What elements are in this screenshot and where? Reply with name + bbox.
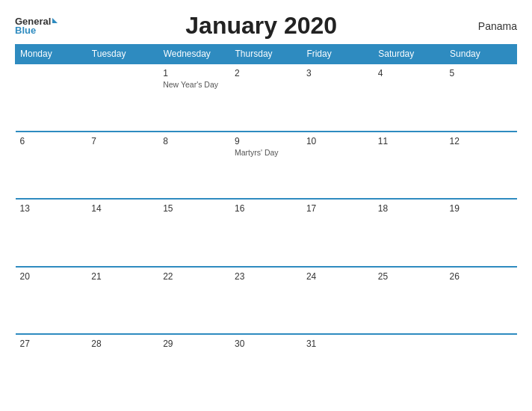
day-cell: 26: [445, 267, 517, 335]
day-number: 31: [306, 339, 369, 349]
day-cell: [374, 334, 445, 402]
day-number: 25: [378, 271, 441, 282]
day-cell: 6: [16, 132, 87, 200]
weekday-header: Sunday: [445, 45, 517, 64]
logo-triangle-icon: [52, 18, 58, 23]
day-cell: 22: [158, 267, 230, 335]
day-cell: 15: [158, 199, 230, 267]
weekday-header: Friday: [302, 45, 374, 64]
day-cell: 16: [230, 199, 302, 267]
day-number: 20: [20, 271, 83, 282]
day-cell: 10: [302, 132, 374, 200]
day-number: 23: [235, 271, 297, 282]
week-row: 20212223242526: [16, 267, 517, 335]
week-row: 13141516171819: [16, 199, 517, 267]
day-cell: 13: [16, 199, 87, 267]
day-number: 16: [235, 203, 297, 214]
week-row: 1New Year's Day2345: [16, 64, 517, 132]
day-number: 18: [378, 203, 441, 214]
weekday-header-row: MondayTuesdayWednesdayThursdayFridaySatu…: [16, 45, 517, 64]
day-number: 28: [91, 339, 154, 349]
holiday-name: New Year's Day: [163, 80, 226, 89]
day-number: 29: [163, 339, 226, 349]
day-number: 27: [20, 339, 83, 349]
day-cell: 19: [445, 199, 517, 267]
day-cell: [87, 64, 158, 132]
weekday-header: Saturday: [374, 45, 445, 64]
weekday-header: Tuesday: [87, 45, 158, 64]
day-cell: 25: [374, 267, 445, 335]
logo-blue: Blue: [15, 25, 36, 36]
day-number: 11: [378, 136, 441, 146]
day-cell: 11: [374, 132, 445, 200]
weekday-header: Wednesday: [158, 45, 230, 64]
day-cell: [445, 334, 517, 402]
day-number: 15: [163, 203, 226, 214]
logo: General Blue: [15, 16, 58, 36]
day-number: 22: [163, 271, 226, 282]
day-number: 9: [235, 136, 297, 146]
day-number: 2: [235, 68, 297, 78]
day-cell: 27: [16, 334, 87, 402]
day-number: 12: [450, 136, 513, 146]
day-number: 17: [306, 203, 369, 214]
day-cell: 4: [374, 64, 445, 132]
day-number: 4: [378, 68, 441, 78]
week-row: 2728293031: [16, 334, 517, 402]
day-cell: 28: [87, 334, 158, 402]
day-number: 8: [163, 136, 226, 146]
weekday-header: Monday: [16, 45, 87, 64]
day-cell: 24: [302, 267, 374, 335]
day-cell: 5: [445, 64, 517, 132]
weekday-header: Thursday: [230, 45, 302, 64]
day-number: 3: [306, 68, 369, 78]
day-cell: 3: [302, 64, 374, 132]
day-cell: 2: [230, 64, 302, 132]
day-cell: 12: [445, 132, 517, 200]
holiday-name: Martyrs' Day: [235, 148, 297, 157]
day-cell: 1New Year's Day: [158, 64, 230, 132]
day-number: 14: [91, 203, 154, 214]
day-number: 1: [163, 68, 226, 78]
day-cell: 21: [87, 267, 158, 335]
day-cell: 18: [374, 199, 445, 267]
day-cell: [16, 64, 87, 132]
day-cell: 9Martyrs' Day: [230, 132, 302, 200]
day-number: 5: [450, 68, 513, 78]
day-cell: 8: [158, 132, 230, 200]
day-cell: 17: [302, 199, 374, 267]
week-row: 6789Martyrs' Day101112: [16, 132, 517, 200]
country-name: Panama: [465, 20, 517, 32]
day-number: 30: [235, 339, 297, 349]
day-number: 13: [20, 203, 83, 214]
day-cell: 31: [302, 334, 374, 402]
day-cell: 29: [158, 334, 230, 402]
day-cell: 30: [230, 334, 302, 402]
day-number: 26: [450, 271, 513, 282]
calendar-table: MondayTuesdayWednesdayThursdayFridaySatu…: [15, 44, 517, 402]
top-bar: General Blue January 2020 Panama: [15, 12, 517, 40]
calendar-title: January 2020: [58, 12, 465, 40]
day-cell: 7: [87, 132, 158, 200]
day-number: 10: [306, 136, 369, 146]
day-cell: 23: [230, 267, 302, 335]
day-number: 7: [91, 136, 154, 146]
day-number: 19: [450, 203, 513, 214]
calendar-page: General Blue January 2020 Panama MondayT…: [0, 0, 532, 411]
day-number: 24: [306, 271, 369, 282]
day-cell: 14: [87, 199, 158, 267]
day-cell: 20: [16, 267, 87, 335]
day-number: 21: [91, 271, 154, 282]
day-number: 6: [20, 136, 83, 146]
